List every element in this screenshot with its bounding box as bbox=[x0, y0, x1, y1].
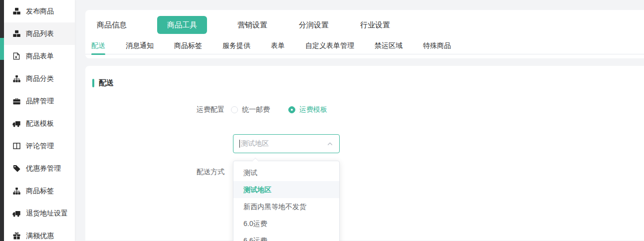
subtab-special-products[interactable]: 特殊商品 bbox=[423, 38, 451, 54]
radio-freight-template-label[interactable]: 运费模板 bbox=[299, 105, 327, 114]
sidebar-item-product-list[interactable]: 商品列表 bbox=[4, 22, 75, 45]
sidebar-item-label: 商品列表 bbox=[26, 29, 54, 38]
sidebar-item-shipping-template[interactable]: 配送模板 bbox=[4, 112, 75, 135]
primary-tabs: 商品信息 商品工具 营销设置 分润设置 行业设置 bbox=[96, 16, 634, 34]
sidebar-item-full-amount-discount[interactable]: 满额优惠 bbox=[4, 225, 75, 241]
sidebar-item-product-tags[interactable]: 商品标签 bbox=[4, 180, 75, 202]
subtab-embargo-area[interactable]: 禁运区域 bbox=[375, 38, 403, 54]
sidebar-item-label: 商品表单 bbox=[26, 52, 54, 61]
freight-config-row: 运费配置 统一邮费 运费模板 bbox=[197, 105, 327, 114]
freight-config-label: 运费配置 bbox=[197, 105, 224, 114]
sitemap-icon bbox=[12, 75, 20, 83]
subtab-message-notification[interactable]: 消息通知 bbox=[126, 38, 154, 54]
dropdown-option[interactable]: 测试 bbox=[233, 164, 339, 181]
dropdown-option[interactable]: 6.0运费 bbox=[233, 215, 339, 232]
sitemap-icon bbox=[12, 187, 20, 195]
tab-profit-sharing-settings[interactable]: 分润设置 bbox=[298, 20, 330, 30]
subtab-product-tags[interactable]: 商品标签 bbox=[174, 38, 202, 54]
radio-freight-template[interactable] bbox=[288, 106, 295, 113]
left-dark-rail bbox=[0, 0, 4, 241]
file-icon bbox=[12, 52, 20, 60]
sidebar-item-label: 品牌管理 bbox=[26, 97, 54, 106]
sidebar-item-label: 发布商品 bbox=[26, 7, 54, 16]
section-accent-bar bbox=[92, 79, 94, 87]
briefcase-icon bbox=[12, 97, 20, 105]
secondary-tabs: 配送 消息通知 商品标签 服务提供 表单 自定义表单管理 禁运区域 特殊商品 bbox=[85, 38, 644, 54]
text-cursor bbox=[239, 140, 240, 148]
sidebar-item-product-category[interactable]: 商品分类 bbox=[4, 67, 75, 90]
dropdown-option-selected[interactable]: 测试地区 bbox=[233, 181, 339, 198]
cubes-icon bbox=[12, 30, 20, 38]
main-area: 商品信息 商品工具 营销设置 分润设置 行业设置 配送 消息通知 商品标签 服务… bbox=[75, 0, 644, 241]
section-header: 配送 bbox=[92, 78, 114, 88]
select-value: 测试地区 bbox=[241, 139, 269, 148]
columns-icon bbox=[12, 142, 20, 150]
select-dropdown: 测试 测试地区 新西内黑等地不发货 6.0运费 6.6运费 bbox=[233, 161, 340, 241]
sidebar-item-coupon-management[interactable]: 优惠券管理 bbox=[4, 157, 75, 180]
tabs-card: 商品信息 商品工具 营销设置 分润设置 行业设置 配送 消息通知 商品标签 服务… bbox=[85, 10, 644, 58]
subtab-form[interactable]: 表单 bbox=[271, 38, 285, 54]
delivery-method-label: 配送方式 bbox=[197, 168, 224, 177]
sidebar: 发布商品 商品列表 商品表单 商品分类 品牌管理 配送模板 评论管理 优惠券管理… bbox=[4, 0, 75, 241]
sidebar-item-brand-management[interactable]: 品牌管理 bbox=[4, 90, 75, 112]
chevron-up-icon[interactable] bbox=[327, 141, 333, 147]
subtab-custom-form-management[interactable]: 自定义表单管理 bbox=[305, 38, 354, 54]
sidebar-item-return-address-settings[interactable]: 退货地址设置 bbox=[4, 202, 75, 225]
sidebar-item-product-form[interactable]: 商品表单 bbox=[4, 45, 75, 67]
truck-icon bbox=[12, 210, 20, 218]
subtab-delivery[interactable]: 配送 bbox=[91, 38, 105, 54]
sidebar-item-label: 商品分类 bbox=[26, 74, 54, 83]
sidebar-item-label: 优惠券管理 bbox=[26, 164, 61, 173]
sidebar-item-review-management[interactable]: 评论管理 bbox=[4, 135, 75, 157]
sidebar-item-label: 配送模板 bbox=[26, 119, 54, 128]
section-title: 配送 bbox=[99, 78, 114, 88]
dropdown-option[interactable]: 6.6运费 bbox=[233, 232, 339, 241]
rail-scroll-thumb[interactable] bbox=[0, 38, 4, 60]
freight-template-select[interactable]: 测试地区 bbox=[233, 134, 340, 153]
sidebar-item-label: 退货地址设置 bbox=[26, 209, 68, 218]
radio-unified-postage-label[interactable]: 统一邮费 bbox=[242, 105, 270, 114]
tab-industry-settings[interactable]: 行业设置 bbox=[359, 20, 391, 30]
sidebar-item-label: 评论管理 bbox=[26, 142, 54, 151]
cubes-icon bbox=[12, 7, 20, 15]
sidebar-item-label: 商品标签 bbox=[26, 187, 54, 196]
gift-icon bbox=[12, 232, 20, 240]
tag-icon bbox=[12, 165, 20, 173]
tab-product-tools[interactable]: 商品工具 bbox=[157, 16, 207, 34]
radio-unified-postage[interactable] bbox=[231, 106, 238, 113]
subtab-service-provision[interactable]: 服务提供 bbox=[222, 38, 250, 54]
sidebar-item-publish-product[interactable]: 发布商品 bbox=[4, 0, 75, 22]
tab-marketing-settings[interactable]: 营销设置 bbox=[236, 20, 268, 30]
tab-product-info[interactable]: 商品信息 bbox=[96, 20, 128, 30]
sidebar-item-label: 满额优惠 bbox=[26, 232, 54, 241]
truck-icon bbox=[12, 120, 20, 128]
dropdown-option[interactable]: 新西内黑等地不发货 bbox=[233, 198, 339, 215]
content-card: 配送 运费配置 统一邮费 运费模板 测试地区 配送方式 测试 测试地区 新西内黑… bbox=[85, 66, 644, 241]
